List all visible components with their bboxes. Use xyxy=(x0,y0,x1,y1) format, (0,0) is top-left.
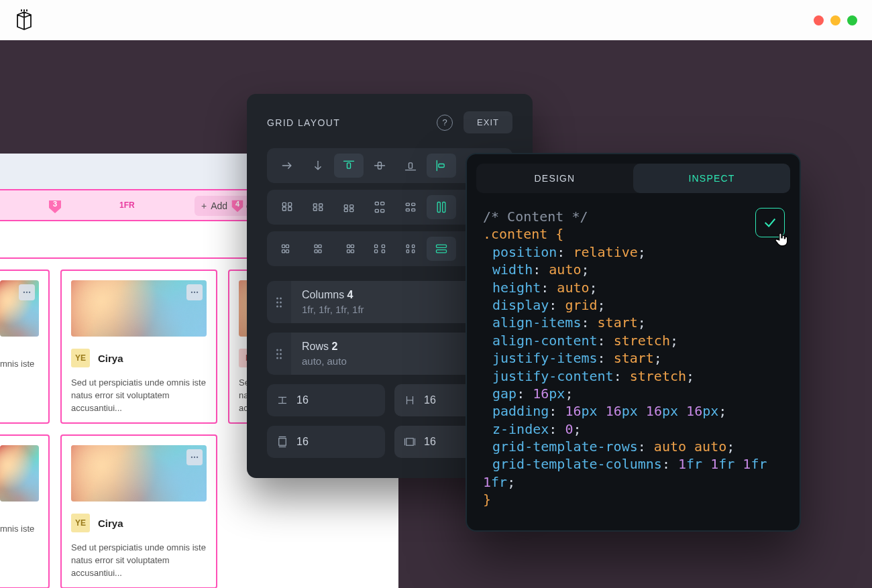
svg-point-4 xyxy=(23,292,25,293)
maximize-window-icon[interactable] xyxy=(847,15,857,25)
avatar: YE xyxy=(71,349,90,367)
svg-rect-56 xyxy=(347,250,350,253)
ruler-badge-1-num: 3 xyxy=(47,200,63,208)
svg-rect-64 xyxy=(406,250,408,253)
svg-point-6 xyxy=(29,292,30,293)
align-content-center-icon[interactable] xyxy=(303,195,333,219)
svg-rect-20 xyxy=(409,163,413,168)
justify-content-around-icon[interactable] xyxy=(396,237,425,261)
avatar: YE xyxy=(71,514,90,532)
drag-handle-icon[interactable] xyxy=(267,348,291,360)
svg-point-79 xyxy=(276,357,278,359)
card-desc: Sed ut perspiciatis unde omnis iste natu… xyxy=(71,542,207,580)
code-view: /* Content */ .content { position: relat… xyxy=(476,193,790,521)
svg-point-12 xyxy=(197,457,198,458)
align-content-stretch-icon[interactable] xyxy=(427,195,456,219)
justify-content-stretch-icon[interactable] xyxy=(427,237,456,261)
minimize-window-icon[interactable] xyxy=(830,15,840,25)
exit-button[interactable]: EXIT xyxy=(464,111,512,133)
card-desc: Sed ut perspiciatis unde omnis iste natu… xyxy=(71,377,207,415)
card-desc: mnis iste xyxy=(0,523,39,536)
svg-rect-37 xyxy=(375,202,378,205)
svg-rect-50 xyxy=(286,250,288,253)
svg-rect-36 xyxy=(350,209,353,212)
author-name: Cirya xyxy=(98,518,123,529)
svg-point-76 xyxy=(280,349,282,351)
svg-rect-35 xyxy=(344,209,347,212)
tab-bar: DESIGN INSPECT xyxy=(476,164,790,193)
align-content-start-icon[interactable] xyxy=(272,195,302,219)
padding-v-input[interactable]: 16 xyxy=(267,426,385,458)
window-controls xyxy=(814,15,857,25)
align-items-start-icon[interactable] xyxy=(334,154,364,178)
svg-rect-30 xyxy=(319,204,323,207)
svg-point-10 xyxy=(191,457,193,458)
cursor-hand-icon xyxy=(773,231,790,248)
card-author: YE Cirya xyxy=(71,514,207,532)
svg-point-69 xyxy=(276,297,278,299)
align-content-between-icon[interactable] xyxy=(365,195,394,219)
card-author: YE Cirya xyxy=(71,349,207,367)
rows-label: Rows xyxy=(302,341,329,352)
card[interactable]: YE Cirya Sed ut perspiciatis unde omnis … xyxy=(60,434,217,588)
svg-rect-42 xyxy=(412,203,415,205)
card[interactable]: mnis iste xyxy=(0,434,50,588)
svg-rect-67 xyxy=(437,245,447,247)
svg-rect-27 xyxy=(282,207,286,211)
svg-rect-57 xyxy=(351,245,353,247)
justify-items-start-icon[interactable] xyxy=(427,154,456,178)
card-menu-button[interactable] xyxy=(186,449,203,465)
svg-rect-44 xyxy=(412,209,415,211)
svg-rect-39 xyxy=(375,209,378,212)
svg-point-77 xyxy=(276,353,278,355)
svg-point-75 xyxy=(276,349,278,351)
justify-content-between-icon[interactable] xyxy=(365,237,394,261)
svg-point-70 xyxy=(280,297,282,299)
svg-rect-16 xyxy=(347,163,351,168)
svg-rect-61 xyxy=(382,245,384,247)
align-items-end-icon[interactable] xyxy=(396,154,425,178)
svg-rect-59 xyxy=(375,245,378,247)
svg-point-71 xyxy=(276,301,278,303)
svg-rect-63 xyxy=(406,245,408,247)
svg-point-8 xyxy=(194,292,195,293)
svg-rect-34 xyxy=(350,205,353,208)
tab-inspect[interactable]: INSPECT xyxy=(633,164,790,193)
close-window-icon[interactable] xyxy=(814,15,824,25)
svg-rect-49 xyxy=(286,245,288,247)
svg-rect-55 xyxy=(347,245,350,247)
card-menu-button[interactable] xyxy=(186,284,203,300)
justify-content-center-icon[interactable] xyxy=(303,237,333,261)
justify-content-end-icon[interactable] xyxy=(334,237,364,261)
help-icon[interactable]: ? xyxy=(437,115,453,131)
author-name: Cirya xyxy=(98,353,123,364)
svg-rect-47 xyxy=(282,245,285,247)
align-items-center-icon[interactable] xyxy=(365,154,394,178)
svg-point-74 xyxy=(280,305,282,307)
svg-rect-68 xyxy=(437,250,447,253)
drag-handle-icon[interactable] xyxy=(267,296,291,308)
card-desc: mnis iste xyxy=(0,358,39,371)
justify-content-start-icon[interactable] xyxy=(272,237,302,261)
card[interactable]: YE Cirya Sed ut perspiciatis unde omnis … xyxy=(60,270,217,424)
card[interactable]: mnis iste xyxy=(0,270,50,424)
row-gap-input[interactable]: 16 xyxy=(267,384,385,416)
svg-rect-40 xyxy=(381,209,384,212)
inspect-panel: DESIGN INSPECT /* Content */ .content { … xyxy=(466,153,801,532)
svg-point-72 xyxy=(280,301,282,303)
align-content-around-icon[interactable] xyxy=(396,195,425,219)
card-menu-button[interactable] xyxy=(19,284,35,300)
plus-icon: + xyxy=(201,200,207,211)
direction-row-icon[interactable] xyxy=(272,154,302,178)
titlebar xyxy=(0,0,872,40)
align-content-end-icon[interactable] xyxy=(334,195,364,219)
tab-design[interactable]: DESIGN xyxy=(476,164,633,193)
svg-rect-26 xyxy=(288,202,292,206)
ruler-badge-2: 4 xyxy=(230,198,245,213)
direction-column-icon[interactable] xyxy=(303,154,333,178)
svg-rect-87 xyxy=(279,438,286,446)
panel-title: GRID LAYOUT xyxy=(267,117,340,128)
svg-rect-33 xyxy=(344,205,347,208)
svg-point-11 xyxy=(194,457,195,458)
svg-rect-90 xyxy=(406,438,414,446)
